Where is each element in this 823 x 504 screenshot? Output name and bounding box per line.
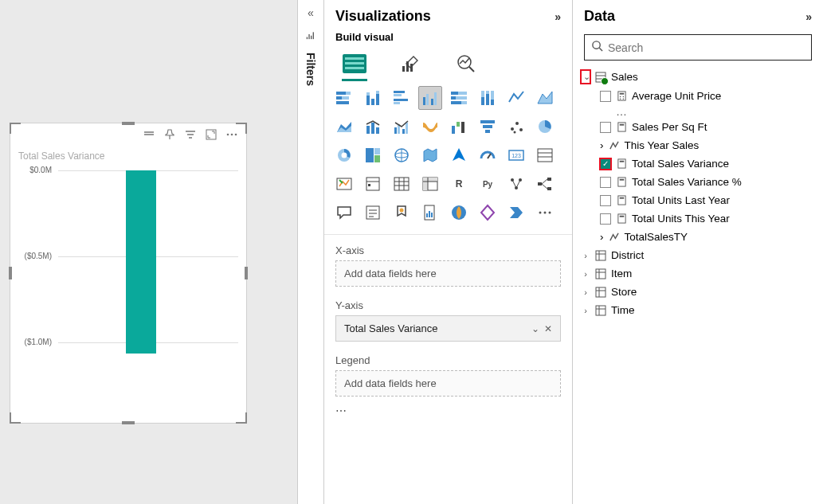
more-field-wells-icon[interactable]: ⋯ <box>324 400 572 422</box>
azure-map-icon[interactable] <box>447 143 471 167</box>
table-node-item[interactable]: › Item <box>579 264 817 283</box>
field-checkbox[interactable] <box>600 213 611 225</box>
goals-icon[interactable] <box>390 201 413 225</box>
fields-search-box[interactable] <box>584 34 812 61</box>
field-checkbox[interactable]: ✓ <box>600 158 611 170</box>
smart-narrative-icon[interactable] <box>361 201 385 225</box>
line-clustered-column-icon[interactable] <box>390 115 413 139</box>
collapse-data-pane-icon[interactable]: » <box>805 10 812 23</box>
chart-bar[interactable] <box>126 170 156 354</box>
y-axis-field-name: Total Sales Variance <box>344 322 438 334</box>
filled-map-icon[interactable] <box>418 143 442 167</box>
filter-icon[interactable] <box>184 128 197 144</box>
matrix-icon[interactable] <box>418 172 442 196</box>
ribbon-chart-icon[interactable] <box>418 115 442 139</box>
y-axis-field-pill[interactable]: Total Sales Variance ⌄ ✕ <box>335 315 561 342</box>
legend-drop-zone[interactable]: Add data fields here <box>335 370 561 397</box>
drag-handle-icon[interactable] <box>143 128 155 144</box>
map-icon[interactable] <box>390 143 413 167</box>
table-node-district[interactable]: › District <box>579 246 817 264</box>
resize-handle-top[interactable] <box>122 122 135 125</box>
build-visual-tab[interactable] <box>340 49 369 78</box>
card-icon[interactable]: 123 <box>504 143 528 167</box>
scatter-chart-icon[interactable] <box>504 115 528 139</box>
remove-field-icon[interactable]: ✕ <box>544 323 552 334</box>
chevron-right-icon[interactable]: › <box>581 269 590 279</box>
chevron-right-icon[interactable]: › <box>600 139 604 151</box>
resize-handle-bl[interactable] <box>10 412 21 424</box>
kpi-icon[interactable] <box>332 172 356 196</box>
power-apps-icon[interactable] <box>476 201 500 225</box>
resize-handle-br[interactable] <box>236 412 247 424</box>
pin-icon[interactable] <box>163 128 176 144</box>
stacked-bar-chart-icon[interactable] <box>332 86 356 110</box>
qa-visual-icon[interactable] <box>332 201 356 225</box>
paginated-report-icon[interactable] <box>418 201 442 225</box>
search-input[interactable] <box>608 41 805 54</box>
clustered-column-chart-icon[interactable] <box>418 86 442 110</box>
field-row-average-unit-price[interactable]: Average Unit Price <box>600 87 817 105</box>
python-visual-icon[interactable]: Py <box>476 172 500 196</box>
field-row-this-year-sales[interactable]: › This Year Sales <box>600 136 817 154</box>
svg-rect-99 <box>547 178 551 181</box>
chevron-right-icon[interactable]: › <box>581 306 590 315</box>
treemap-icon[interactable] <box>361 143 385 167</box>
table-node-store[interactable]: › Store <box>579 283 817 301</box>
waterfall-chart-icon[interactable] <box>447 115 471 139</box>
resize-handle-tl[interactable] <box>10 123 21 134</box>
chevron-down-icon[interactable]: ⌄ <box>531 323 539 334</box>
line-stacked-column-icon[interactable] <box>361 115 385 139</box>
field-checkbox[interactable] <box>600 195 611 206</box>
gauge-icon[interactable] <box>476 143 500 167</box>
field-row-total-units-this-year[interactable]: Total Units This Year <box>600 209 817 228</box>
focus-mode-icon[interactable] <box>205 128 218 144</box>
analytics-tab[interactable] <box>452 49 480 78</box>
chevron-right-icon[interactable]: › <box>600 231 604 243</box>
stacked-column-chart-icon[interactable] <box>361 86 385 110</box>
table-node-sales[interactable]: ⌄ Sales <box>579 67 817 87</box>
area-chart-icon[interactable] <box>533 86 557 110</box>
filters-pane-collapsed[interactable]: « Filters <box>297 0 324 504</box>
pie-chart-icon[interactable] <box>533 115 557 139</box>
clustered-bar-chart-icon[interactable] <box>390 86 413 110</box>
key-influencers-icon[interactable] <box>504 172 528 196</box>
collapse-visualizations-icon[interactable]: » <box>555 10 561 23</box>
chart-visual-tile[interactable]: Total Sales Variance $0.0M ($0.5M) ($1.0… <box>10 123 247 424</box>
decomposition-tree-icon[interactable] <box>533 172 557 196</box>
stacked-area-chart-icon[interactable] <box>332 115 356 139</box>
chevron-down-icon[interactable]: ⌄ <box>581 70 590 84</box>
field-checkbox[interactable] <box>600 91 611 102</box>
line-chart-icon[interactable] <box>504 86 528 110</box>
multi-row-card-icon[interactable] <box>533 143 557 167</box>
get-more-visuals-icon[interactable] <box>533 201 557 225</box>
chevron-right-icon[interactable]: › <box>581 251 590 260</box>
field-row-total-sales-variance-pct[interactable]: Total Sales Variance % <box>600 173 817 191</box>
table-icon[interactable] <box>390 172 413 196</box>
resize-handle-tr[interactable] <box>236 123 247 134</box>
power-automate-icon[interactable] <box>504 201 528 225</box>
field-checkbox[interactable] <box>600 122 611 133</box>
svg-rect-49 <box>376 127 379 134</box>
field-row-total-units-last-year[interactable]: Total Units Last Year <box>600 191 817 209</box>
format-visual-tab[interactable] <box>396 49 425 78</box>
funnel-chart-icon[interactable] <box>476 115 500 139</box>
report-canvas[interactable]: Total Sales Variance $0.0M ($0.5M) ($1.0… <box>0 0 297 504</box>
slicer-icon[interactable] <box>361 172 385 196</box>
r-visual-icon[interactable]: R <box>447 172 471 196</box>
resize-handle-bottom[interactable] <box>122 421 135 424</box>
expand-filters-icon[interactable]: « <box>308 6 314 19</box>
resize-handle-right[interactable] <box>245 267 248 279</box>
more-indicator[interactable]: … <box>600 105 817 118</box>
hundred-stacked-bar-icon[interactable] <box>447 86 471 110</box>
resize-handle-left[interactable] <box>9 267 12 279</box>
field-checkbox[interactable] <box>600 177 611 188</box>
x-axis-drop-zone[interactable]: Add data fields here <box>335 260 561 287</box>
field-row-total-sales-variance[interactable]: ✓ Total Sales Variance <box>600 154 817 173</box>
table-node-time[interactable]: › Time <box>579 301 817 319</box>
chevron-right-icon[interactable]: › <box>581 287 590 297</box>
field-row-total-sales-ty[interactable]: › TotalSalesTY <box>600 228 817 246</box>
hundred-stacked-column-icon[interactable] <box>476 86 500 110</box>
arcgis-map-icon[interactable] <box>447 201 471 225</box>
field-row-sales-per-sq-ft[interactable]: Sales Per Sq Ft <box>600 118 817 136</box>
donut-chart-icon[interactable] <box>332 143 356 167</box>
